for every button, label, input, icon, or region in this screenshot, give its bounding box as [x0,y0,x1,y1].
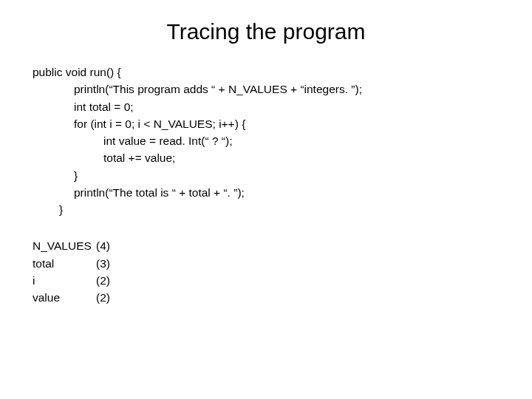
trace-value: (2) [96,274,110,287]
trace-value: (3) [96,257,110,270]
trace-table: N_VALUES(4) total(3) i(2) value(2) [33,237,505,306]
trace-label: i [33,272,96,289]
trace-value: (2) [96,291,110,304]
slide-title: Tracing the program [27,19,505,44]
code-line: } [33,201,505,218]
trace-row: i(2) [33,272,505,289]
trace-label: value [33,289,96,306]
code-line: int value = read. Int(“ ? “); [33,132,505,149]
trace-label: total [33,255,96,272]
code-line: public void run() { [33,64,505,81]
code-line: int total = 0; [33,98,505,115]
code-line: for (int i = 0; i < N_VALUES; i++) { [33,115,505,132]
code-block: public void run() { println(“This progra… [33,64,505,218]
code-line: total += value; [33,149,505,166]
trace-value: (4) [96,239,110,252]
trace-label: N_VALUES [33,237,96,254]
code-line: } [33,167,505,184]
trace-row: value(2) [33,289,505,306]
slide: Tracing the program public void run() { … [0,0,532,399]
trace-row: total(3) [33,255,505,272]
code-line: println(“This program adds “ + N_VALUES … [33,81,505,98]
code-line: println(“The total is “ + total + “. ”); [33,184,505,201]
trace-row: N_VALUES(4) [33,237,505,254]
